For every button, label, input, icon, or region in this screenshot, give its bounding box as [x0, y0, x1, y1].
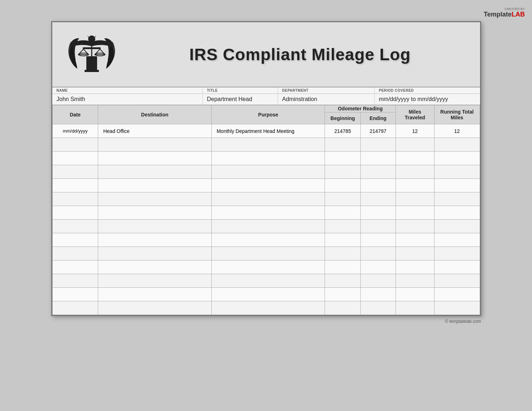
table-row — [52, 179, 480, 192]
table-body: mm/dd/yyyyHead OfficeMonthly Department … — [52, 124, 480, 315]
table-row — [52, 261, 480, 274]
document-title-area: IRS Compliant Mileage Log — [131, 45, 469, 64]
table-row — [52, 247, 480, 261]
name-label: NAME — [52, 87, 203, 94]
col-header-purpose: Purpose — [211, 105, 325, 124]
footer-copyright: © templatelab.com — [51, 316, 481, 327]
col-header-running: Running Total Miles — [434, 105, 480, 124]
info-labels: NAME TITLE DEPARTMENT PERIOD COVERED — [52, 87, 480, 94]
period-value: mm/dd/yyyy to mm/dd/yyyy — [375, 94, 480, 105]
table-row — [52, 192, 480, 206]
table-row — [52, 206, 480, 220]
title-value: Department Head — [203, 94, 278, 105]
col-header-miles: Miles Traveled — [396, 105, 434, 124]
name-value: John Smith — [52, 94, 203, 105]
svg-rect-1 — [85, 70, 99, 72]
templatelab-logo: CREATED BY TemplateLAB — [484, 7, 525, 18]
col-header-odo-begin: Beginning — [325, 112, 360, 124]
template-text: Template — [484, 11, 512, 18]
col-header-odometer: Odometer Reading — [325, 105, 396, 113]
table-row — [52, 274, 480, 288]
lab-text: LAB — [512, 11, 525, 18]
col-header-odo-end: Ending — [360, 112, 396, 124]
dept-value: Adminstration — [278, 94, 375, 105]
table-row — [52, 301, 480, 315]
top-branding-bar: CREATED BY TemplateLAB — [7, 7, 525, 18]
info-values: John Smith Department Head Adminstration… — [52, 94, 480, 105]
col-header-date: Date — [52, 105, 98, 124]
table-header-row-1: Date Destination Purpose Odometer Readin… — [52, 105, 480, 113]
irs-logo-icon — [65, 31, 119, 78]
table-row: mm/dd/yyyyHead OfficeMonthly Department … — [52, 124, 480, 138]
period-label: PERIOD COVERED — [375, 87, 480, 94]
copyright-text: © templatelab.com — [445, 319, 481, 324]
table-row — [52, 288, 480, 301]
table-row — [52, 138, 480, 152]
info-row: NAME TITLE DEPARTMENT PERIOD COVERED Joh… — [52, 87, 480, 105]
col-header-destination: Destination — [98, 105, 211, 124]
document-header: IRS Compliant Mileage Log — [52, 22, 480, 87]
document-container: IRS Compliant Mileage Log NAME TITLE DEP… — [51, 21, 481, 316]
log-table: Date Destination Purpose Odometer Readin… — [52, 105, 480, 315]
document-title: IRS Compliant Mileage Log — [190, 45, 411, 64]
table-row — [52, 220, 480, 233]
table-row — [52, 152, 480, 165]
svg-rect-0 — [86, 56, 97, 71]
table-row — [52, 233, 480, 247]
logo-area — [63, 29, 120, 80]
created-by-text: CREATED BY — [484, 7, 525, 11]
table-row — [52, 165, 480, 179]
dept-label: DEPARTMENT — [278, 87, 375, 94]
title-label: TITLE — [203, 87, 278, 94]
